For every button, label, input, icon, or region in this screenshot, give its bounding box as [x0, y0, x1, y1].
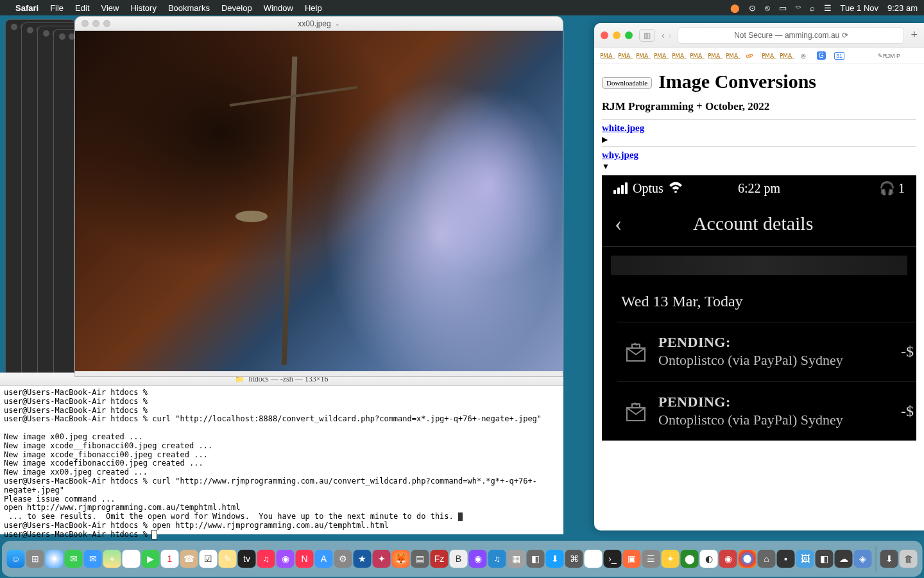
fav-google-icon[interactable]: G [814, 50, 829, 62]
app-indicator-icon[interactable]: ⬤ [730, 3, 740, 13]
fav-calendar-icon[interactable]: 31 [832, 50, 847, 62]
dock-app-icon[interactable]: ✦ [373, 550, 391, 568]
dock-app-icon[interactable]: ◧ [816, 550, 834, 568]
transaction-row[interactable]: PENDING: Ontoplistco (via PayPal) Sydney… [617, 381, 916, 441]
dock[interactable]: ☺ ⊞ ✦ ✉ ✉ ⌖ ✿ ▶ 1 ☎ ☑ ✎ tv ♫ ◉ N A ⚙ ★ ✦… [2, 541, 923, 577]
dock-music-icon[interactable]: ♫ [257, 550, 275, 568]
wifi-icon[interactable]: ⌔ [796, 3, 801, 13]
fav-pma-icon[interactable]: P͟M͟A͟ [724, 50, 739, 62]
downloadable-button[interactable]: Downloadable [602, 77, 652, 89]
dock-reminders-icon[interactable]: ☑ [200, 550, 218, 568]
dock-app-icon[interactable]: ▣ [623, 550, 641, 568]
dock-finder-icon[interactable]: ☺ [7, 550, 25, 568]
preview-titlebar[interactable]: xx00.jpeg ⌄ [75, 17, 563, 31]
terminal-window[interactable]: 📁 htdocs — -zsh — 133×16 user@Users-MacB… [0, 372, 563, 534]
dock-launchpad-icon[interactable]: ⊞ [26, 550, 44, 568]
dock-app-icon[interactable]: ⌂ [758, 550, 776, 568]
back-icon[interactable]: ‹ [615, 211, 622, 236]
dock-app-icon[interactable]: ◉ [469, 550, 487, 568]
dock-downloads-icon[interactable]: ⬇ [880, 550, 898, 568]
dock-tv-icon[interactable]: tv [238, 550, 256, 568]
sidebar-toggle-icon[interactable]: ▥ [639, 29, 655, 42]
dock-chrome-icon[interactable]: ◉ [739, 550, 757, 568]
dock-firefox-icon[interactable]: 🦊 [392, 550, 410, 568]
fav-pma-icon[interactable]: P͟M͟A͟ [598, 50, 613, 62]
url-bar[interactable]: Not Secure — amming.com.au ⟳ [678, 27, 904, 44]
dock-news-icon[interactable]: N [296, 550, 314, 568]
dock-photos-icon[interactable]: ✿ [123, 550, 141, 568]
dock-preview-icon[interactable]: 🖼 [796, 550, 814, 568]
dock-app-icon[interactable]: ▦ [508, 550, 526, 568]
fav-pma-icon[interactable]: P͟M͟A͟ [670, 50, 685, 62]
fav-pma-icon[interactable]: P͟M͟A͟ [778, 50, 793, 62]
dock-appstore-icon[interactable]: A [315, 550, 333, 568]
dock-settings-icon[interactable]: ⚙ [334, 550, 352, 568]
battery-icon[interactable]: ▭ [779, 3, 787, 13]
dock-app-icon[interactable]: ♫ [488, 550, 506, 568]
menubar-time[interactable]: 9:23 am [887, 3, 918, 13]
traffic-lights[interactable] [81, 20, 110, 27]
dock-app-icon[interactable]: ◐ [700, 550, 718, 568]
safari-window[interactable]: ▥ ‹ › Not Secure — amming.com.au ⟳ + P͟M… [594, 23, 924, 530]
disclosure-closed-icon[interactable]: ▶ [602, 135, 916, 144]
dock-notes-icon[interactable]: ✎ [219, 550, 237, 568]
back-button[interactable]: ‹ [662, 30, 665, 40]
fav-pma-icon[interactable]: P͟M͟A͟ [760, 50, 775, 62]
fav-pma-icon[interactable]: P͟M͟A͟ [634, 50, 649, 62]
forward-button[interactable]: › [669, 30, 672, 40]
bluetooth-icon[interactable]: ⎋ [765, 3, 770, 13]
dock-messages-icon[interactable]: ✉ [65, 550, 83, 568]
menu-edit[interactable]: Edit [75, 3, 89, 13]
dock-app-icon[interactable]: ◎ [585, 550, 603, 568]
dock-app-icon[interactable]: B [450, 550, 468, 568]
menu-develop[interactable]: Develop [221, 3, 252, 13]
phone-tab-bar[interactable] [611, 256, 907, 275]
terminal-output[interactable]: user@Users-MacBook-Air htdocs % user@Use… [0, 386, 563, 542]
fav-generic-icon[interactable]: ◎ [796, 50, 811, 62]
dock-calendar-icon[interactable]: 1 [161, 550, 179, 568]
link-white-jpeg[interactable]: white.jpeg [602, 123, 644, 133]
fav-pma-icon[interactable]: P͟M͟A͟ [688, 50, 703, 62]
dock-app-icon[interactable]: ▪ [777, 550, 795, 568]
dock-contacts-icon[interactable]: ☎ [180, 550, 198, 568]
dock-app-icon[interactable]: ▤ [411, 550, 429, 568]
link-why-jpeg[interactable]: why.jpeg [602, 150, 638, 160]
menu-bookmarks[interactable]: Bookmarks [168, 3, 210, 13]
dock-app-icon[interactable]: ✦ [662, 550, 680, 568]
dock-mail-icon[interactable]: ✉ [84, 550, 102, 568]
control-center-icon[interactable]: ☰ [824, 3, 832, 13]
dock-terminal-icon[interactable]: ›_ [604, 550, 622, 568]
dock-facetime-icon[interactable]: ▶ [142, 550, 160, 568]
dock-app-icon[interactable]: ◧ [527, 550, 545, 568]
search-icon[interactable]: ⌕ [810, 3, 815, 13]
fav-pma-icon[interactable]: P͟M͟A͟ [616, 50, 631, 62]
menu-window[interactable]: Window [264, 3, 293, 13]
fav-edit-icon[interactable]: ✎ RJM P [878, 50, 900, 62]
app-name[interactable]: Safari [15, 3, 38, 13]
dock-app-icon[interactable]: ★ [354, 550, 372, 568]
dock-filezilla-icon[interactable]: Fz [431, 550, 449, 568]
menu-file[interactable]: File [50, 3, 64, 13]
chevron-down-icon[interactable]: ⌄ [335, 21, 340, 27]
fav-pma-icon[interactable]: P͟M͟A͟ [652, 50, 667, 62]
dock-app-icon[interactable]: ⌘ [565, 550, 583, 568]
menu-history[interactable]: History [130, 3, 156, 13]
dock-app-icon[interactable]: ☁ [835, 550, 853, 568]
traffic-lights[interactable] [601, 31, 633, 39]
new-tab-button[interactable]: + [911, 28, 918, 42]
dock-trash-icon[interactable]: 🗑 [900, 550, 918, 568]
fav-cpanel-icon[interactable]: cP [742, 50, 757, 62]
dock-app-icon[interactable]: ◉ [719, 550, 737, 568]
dock-app-icon[interactable]: ☰ [642, 550, 660, 568]
dock-maps-icon[interactable]: ⌖ [103, 550, 121, 568]
favorites-bar[interactable]: P͟M͟A͟ P͟M͟A͟ P͟M͟A͟ P͟M͟A͟ P͟M͟A͟ P͟M͟A… [594, 48, 924, 64]
dock-app-icon[interactable]: ⬤ [681, 550, 699, 568]
fav-pma-icon[interactable]: P͟M͟A͟ [706, 50, 721, 62]
transaction-row[interactable]: PENDING: Ontoplistco (via PayPal) Sydney… [617, 322, 916, 381]
menu-view[interactable]: View [101, 3, 119, 13]
menubar-date[interactable]: Tue 1 Nov [841, 3, 879, 13]
reload-icon[interactable]: ⟳ [842, 31, 848, 40]
preview-window[interactable]: xx00.jpeg ⌄ [75, 17, 563, 376]
dock-podcasts-icon[interactable]: ◉ [277, 550, 295, 568]
menu-help[interactable]: Help [305, 3, 322, 13]
